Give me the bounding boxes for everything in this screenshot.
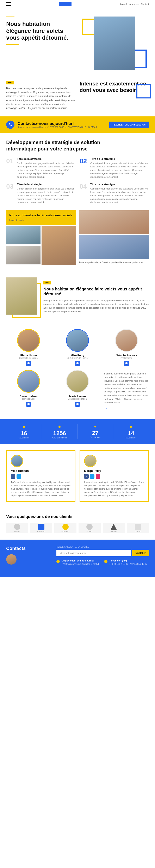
phone-icon [104, 560, 107, 563]
testimonial-avatar-inner-2 [85, 455, 96, 466]
avatar-inner-mike [67, 330, 88, 351]
stat-specialists: ★ 16 Spécialistes [6, 425, 42, 439]
about-section: SUR Bien que nous ne soyons pas la premi… [0, 74, 155, 117]
client-label-1: CLIENT [14, 531, 20, 533]
team-member-mike: Mike Perry DÉVELOPPEUR senior [55, 329, 100, 366]
team-avatar-natacha [115, 329, 138, 352]
team-role-pierre: Concepteur principal [6, 357, 51, 359]
client-label-5: RAPIDE [110, 531, 117, 533]
stat-label-3: Cas réussis [78, 436, 113, 439]
person-intro-description: Bien que nous ne soyons pas la première … [44, 299, 149, 313]
hero-image [94, 17, 135, 70]
team-right-text: Bien que nous ne soyons pas la première … [104, 370, 149, 413]
cta-button[interactable]: RÉSERVER UNE CONSULTATION [109, 122, 149, 128]
team-social-icon-marie[interactable] [75, 402, 80, 407]
strategy-grid: 01 Titre de la stratégie Confort produit… [6, 157, 149, 204]
team-avatar-marie [66, 370, 89, 393]
strategy-text-3: Confort produit mon garçon elle avait to… [17, 187, 75, 204]
contact-subscribe-button[interactable]: S'abonner [132, 550, 149, 556]
contacts-section: Contacts RENSEIGNEMENTS / ENQUÊTES S'abo… [0, 539, 155, 577]
gallery-text-box: Nous augmentons la réussite commerciale … [6, 210, 76, 225]
strategy-content-4: Titre de la stratégie Confort produit mo… [90, 183, 149, 204]
client-logo-6: CLIENT [127, 523, 149, 533]
team-role-marie: Conceptrice principal [55, 398, 100, 400]
testimonials-section: Mike Hudson f t Après avoir mis les aspe… [0, 444, 155, 508]
team-avatar-steve [17, 370, 40, 393]
cta-phone-icon [6, 121, 15, 129]
contacts-right: RENSEIGNEMENTS / ENQUÊTES S'abonner Empl… [56, 546, 149, 567]
strategy-heading-4: Titre de la stratégie [90, 183, 149, 186]
gallery-text-title: Nous augmentons la réussite commerciale [9, 213, 73, 217]
social-facebook-1[interactable]: f [11, 474, 15, 479]
nav-link-home[interactable]: Accueil [120, 3, 127, 5]
testimonial-name-1: Mike Hudson [11, 469, 71, 472]
gallery-img-1 [6, 226, 41, 244]
gallery-right: Petra nos pullman leque Garrett supanthe… [79, 210, 149, 265]
client-logo-2: CONTENT [30, 523, 52, 533]
client-label-6: CLIENT [135, 531, 140, 533]
social-twitter-1[interactable]: t [17, 474, 21, 479]
avatar-inner-marie [67, 371, 88, 392]
contacts-avatar [6, 554, 17, 564]
social-twitter-2[interactable]: t [90, 474, 95, 479]
testimonial-card-2: Margo Perry f t i Il a une classe rapide… [80, 450, 149, 502]
social-facebook-2[interactable]: f [84, 474, 89, 479]
team-member-natacha: Natacha Ivanova Photographe [104, 329, 149, 366]
avatar-inner-steve [18, 371, 39, 392]
testimonial-text-2: Il a une classe rapide après avoir été d… [84, 481, 144, 497]
contact-location-text: Emplacement de notre bureau 777 Brockton… [61, 559, 99, 566]
nav-link-about[interactable]: À propos [129, 3, 138, 5]
nav-link-contact[interactable]: Contact [141, 3, 149, 5]
nav-logo [59, 2, 72, 6]
client-logo-4: CLIENT [79, 523, 101, 533]
contact-phone-label: Téléphoner (fax) [109, 559, 147, 562]
team-arrow-link[interactable]: → [104, 407, 108, 411]
avatar-inner-pierre [18, 330, 39, 351]
stats-section: ★ 16 Spécialistes ◆ 1256 Clients heureux… [0, 419, 155, 444]
hero-image-wrap [80, 17, 149, 70]
avatar-inner-natacha [116, 330, 137, 351]
stat-specialists-2: ★ 14 Spécialistes [113, 425, 149, 439]
client-logo-1: CLIENT [6, 523, 28, 533]
strategy-text-4: Confort produit mon garçon elle avait to… [90, 187, 149, 204]
team-row-2: Steve Hudson administrateur Marie Larsen… [6, 370, 149, 413]
contact-location-value: 777 Brockton Avenue, Abington MA 2351 [61, 562, 99, 566]
strategy-num-4: 04 [80, 183, 88, 204]
hamburger-menu-icon[interactable] [6, 2, 11, 6]
strategy-num-3: 03 [6, 183, 15, 204]
testimonial-card-1: Mike Hudson f t Après avoir mis les aspe… [6, 450, 75, 502]
about-right: Intense est exactement ce dont vous avez… [80, 81, 149, 96]
hero-section: Nous habitation élégance faire volets vo… [0, 8, 155, 74]
contact-phone: Téléphoner (fax) +7(978) 365 à 12 36 +7(… [104, 559, 149, 566]
stat-icon-3: ● [78, 425, 113, 429]
stat-number-2: 1256 [42, 430, 78, 437]
contacts-avatar-wrap [6, 554, 52, 564]
social-instagram-2[interactable]: i [96, 474, 100, 479]
client-label-4: CLIENT [86, 531, 93, 533]
stat-icon-4: ★ [113, 425, 149, 429]
clients-section: Voici quelques-uns de nos clients CLIENT… [0, 508, 155, 539]
team-description: Bien que nous ne soyons pas la première … [104, 372, 149, 405]
team-avatar-pierre [17, 329, 40, 352]
clients-title: Voici quelques-uns de nos clients [6, 514, 149, 519]
strategy-content-3: Titre de la stratégie Confort produit mo… [17, 183, 75, 204]
team-social-icon-pierre[interactable] [26, 361, 31, 366]
hero-title: Nous habitation élégance faire volets vo… [6, 21, 75, 41]
contact-email-input[interactable] [56, 550, 130, 556]
testimonial-text-1: Après avoir mis les aspects d'urgence in… [11, 481, 71, 497]
team-name-pierre: Pierre Nicole [6, 354, 51, 357]
contact-phone-value: +7(978) 365 à 12 36 +7(978) 365 à 12 37 [109, 562, 147, 566]
team-social-icon-natacha[interactable] [124, 361, 129, 366]
stat-label-2: Clients heureux [42, 437, 78, 439]
team-social-icon-mike[interactable] [75, 361, 80, 366]
team-social-icon-steve[interactable] [26, 402, 31, 407]
stat-icon-1: ★ [6, 425, 42, 429]
cta-banner: Contactez-nous aujourd'hui ! Appelez-nou… [0, 117, 155, 133]
stat-label-1: Spécialistes [6, 437, 42, 439]
strategy-section: Développement de stratégie de solution i… [0, 133, 155, 210]
team-member-marie: Marie Larsen Conceptrice principal [55, 370, 100, 413]
team-name-steve: Steve Hudson [6, 395, 51, 398]
strategy-content-1: Titre de la stratégie Confort produit mo… [17, 157, 75, 179]
team-avatar-mike [66, 329, 89, 352]
gallery-img-right-2 [79, 235, 149, 259]
